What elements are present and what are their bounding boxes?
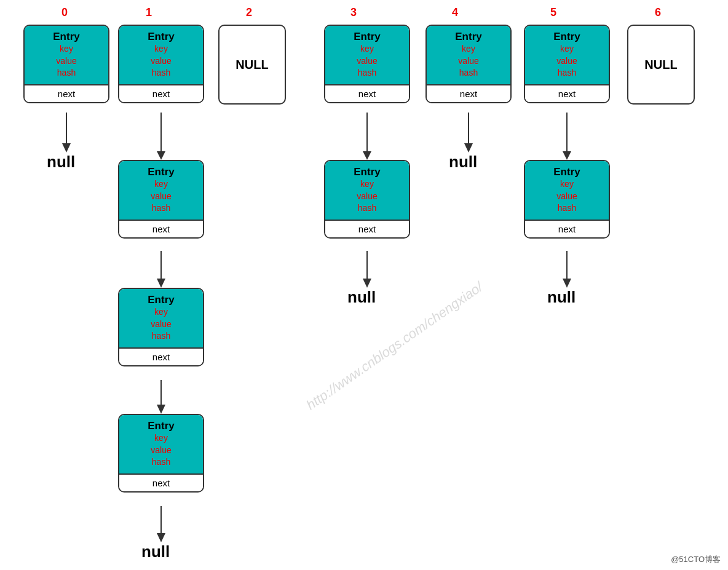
null-text-5-2: null [547, 288, 576, 307]
entry-next-4: next [427, 84, 510, 102]
entry-box-3: Entry key value hash next [324, 25, 410, 103]
entry-field-1-key: key [122, 43, 200, 55]
entry-field-5-value: value [528, 55, 606, 68]
entry-top-5: Entry key value hash [525, 26, 609, 84]
entry-top-1-3: Entry key value hash [119, 289, 203, 347]
entry-box-1: Entry key value hash next [118, 25, 204, 103]
entry-box-1-2: Entry key value hash next [118, 160, 204, 239]
entry-title-1-4: Entry [122, 420, 200, 432]
entry-field-4-hash: hash [429, 67, 508, 79]
entry-box-5-2: Entry key value hash next [524, 160, 610, 239]
entry-field-1-4-key: key [122, 432, 200, 445]
svg-marker-3 [157, 151, 165, 160]
entry-field-3-hash: hash [328, 67, 406, 79]
null-box-2: NULL [218, 25, 286, 105]
entry-field-3-key: key [328, 43, 406, 55]
index-3: 3 [350, 6, 357, 19]
null-text-4: null [449, 152, 477, 172]
entry-field-1-4-hash: hash [122, 456, 200, 469]
index-4: 4 [452, 6, 458, 19]
entry-top-0: Entry key value hash [25, 26, 108, 84]
entry-field-1-3-hash: hash [122, 330, 200, 342]
entry-next-5-2: next [525, 220, 609, 237]
entry-field-1-hash: hash [122, 67, 200, 79]
entry-field-3-2-value: value [328, 191, 406, 203]
watermark: http://www.cnblogs.com/chengxiao/ [304, 279, 486, 413]
svg-marker-1 [62, 143, 71, 152]
entry-top-1-2: Entry key value hash [119, 161, 203, 220]
entry-field-1-value: value [122, 55, 200, 68]
entry-field-1-2-key: key [122, 178, 200, 191]
entry-field-5-2-key: key [528, 178, 606, 191]
svg-marker-7 [464, 143, 473, 152]
entry-field-3-2-key: key [328, 178, 406, 191]
entry-box-3-2: Entry key value hash next [324, 160, 410, 239]
entry-title-3-2: Entry [328, 166, 406, 178]
diagram: 0 1 2 3 4 5 6 Entry key value hash next … [0, 0, 728, 570]
entry-box-1-3: Entry key value hash next [118, 288, 204, 366]
entry-field-0-value: value [27, 55, 106, 68]
entry-box-0: Entry key value hash next [23, 25, 109, 103]
entry-top-5-2: Entry key value hash [525, 161, 609, 220]
entry-title-3: Entry [328, 31, 406, 43]
svg-marker-17 [157, 405, 165, 414]
null-text-bottom: null [141, 542, 170, 561]
index-2: 2 [246, 6, 252, 19]
svg-marker-9 [563, 151, 571, 160]
entry-field-0-key: key [27, 43, 106, 55]
entry-title-4: Entry [429, 31, 508, 43]
entry-field-4-key: key [429, 43, 508, 55]
index-5: 5 [550, 6, 556, 19]
entry-next-3-2: next [325, 220, 409, 237]
entry-next-0: next [25, 84, 108, 102]
entry-top-3-2: Entry key value hash [325, 161, 409, 220]
entry-field-5-hash: hash [528, 67, 606, 79]
entry-top-1: Entry key value hash [119, 26, 203, 84]
entry-next-1-3: next [119, 347, 203, 365]
index-6: 6 [655, 6, 661, 19]
svg-marker-15 [563, 279, 571, 288]
entry-title-1-3: Entry [122, 294, 200, 306]
entry-title-0: Entry [27, 31, 106, 43]
entry-title-1-2: Entry [122, 166, 200, 178]
null-text-3-2: null [347, 288, 376, 307]
entry-next-1-2: next [119, 220, 203, 237]
entry-field-5-2-hash: hash [528, 202, 606, 215]
null-label-2: NULL [235, 58, 268, 72]
entry-field-1-2-value: value [122, 191, 200, 203]
entry-next-1-4: next [119, 473, 203, 491]
entry-box-4: Entry key value hash next [425, 25, 512, 103]
entry-box-1-4: Entry key value hash next [118, 414, 204, 493]
entry-field-1-3-key: key [122, 306, 200, 319]
entry-field-5-key: key [528, 43, 606, 55]
entry-title-1: Entry [122, 31, 200, 43]
entry-field-1-4-value: value [122, 445, 200, 457]
entry-field-5-2-value: value [528, 191, 606, 203]
index-1: 1 [146, 6, 152, 19]
entry-top-1-4: Entry key value hash [119, 415, 203, 473]
entry-field-1-2-hash: hash [122, 202, 200, 215]
svg-marker-13 [363, 279, 371, 288]
svg-marker-5 [363, 151, 371, 160]
entry-box-5: Entry key value hash next [524, 25, 610, 103]
index-0: 0 [61, 6, 68, 19]
entry-next-5: next [525, 84, 609, 102]
entry-title-5-2: Entry [528, 166, 606, 178]
entry-top-3: Entry key value hash [325, 26, 409, 84]
svg-marker-19 [157, 533, 165, 542]
entry-field-4-value: value [429, 55, 508, 68]
null-label-6: NULL [644, 58, 677, 72]
entry-field-3-2-hash: hash [328, 202, 406, 215]
entry-next-1: next [119, 84, 203, 102]
entry-field-3-value: value [328, 55, 406, 68]
entry-next-3: next [325, 84, 409, 102]
entry-field-1-3-value: value [122, 319, 200, 331]
entry-field-0-hash: hash [27, 67, 106, 79]
null-text-0: null [47, 152, 75, 172]
entry-top-4: Entry key value hash [427, 26, 510, 84]
entry-title-5: Entry [528, 31, 606, 43]
svg-marker-11 [157, 279, 165, 288]
null-box-6: NULL [627, 25, 695, 105]
credit: @51CTO博客 [671, 554, 721, 565]
